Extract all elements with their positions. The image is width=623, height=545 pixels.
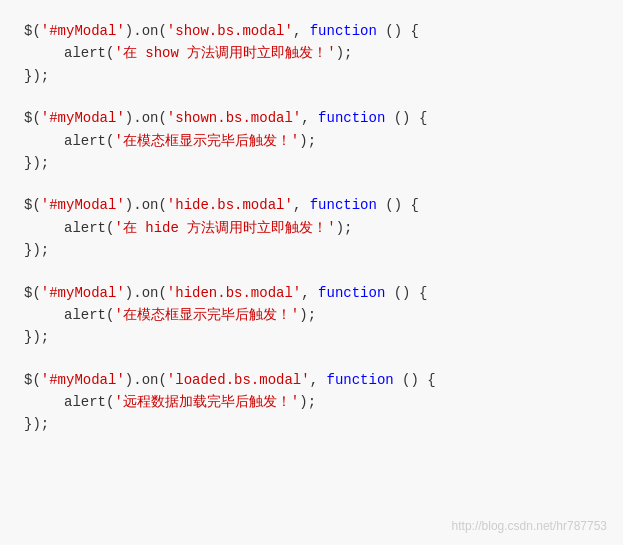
code-line-4-3: }); [24,326,599,348]
code-line-3-3: }); [24,239,599,261]
code-line-5-1: $('#myModal').on('loaded.bs.modal', func… [24,369,599,391]
code-block-1: $('#myModal').on('show.bs.modal', functi… [24,20,599,87]
watermark: http://blog.csdn.net/hr787753 [452,519,607,533]
code-line-4-1: $('#myModal').on('hiden.bs.modal', funct… [24,282,599,304]
code-line-3-1: $('#myModal').on('hide.bs.modal', functi… [24,194,599,216]
code-line-5-2: alert('远程数据加载完毕后触发！'); [24,391,599,413]
code-block-3: $('#myModal').on('hide.bs.modal', functi… [24,194,599,261]
code-line-3-2: alert('在 hide 方法调用时立即触发！'); [24,217,599,239]
code-line-4-2: alert('在模态框显示完毕后触发！'); [24,304,599,326]
code-line-1-2: alert('在 show 方法调用时立即触发！'); [24,42,599,64]
code-line-2-3: }); [24,152,599,174]
code-block-4: $('#myModal').on('hiden.bs.modal', funct… [24,282,599,349]
code-line-1-1: $('#myModal').on('show.bs.modal', functi… [24,20,599,42]
code-line-2-2: alert('在模态框显示完毕后触发！'); [24,130,599,152]
code-container: $('#myModal').on('show.bs.modal', functi… [0,0,623,545]
code-line-5-3: }); [24,413,599,435]
code-line-1-3: }); [24,65,599,87]
code-block-2: $('#myModal').on('shown.bs.modal', funct… [24,107,599,174]
code-line-2-1: $('#myModal').on('shown.bs.modal', funct… [24,107,599,129]
code-block-5: $('#myModal').on('loaded.bs.modal', func… [24,369,599,436]
